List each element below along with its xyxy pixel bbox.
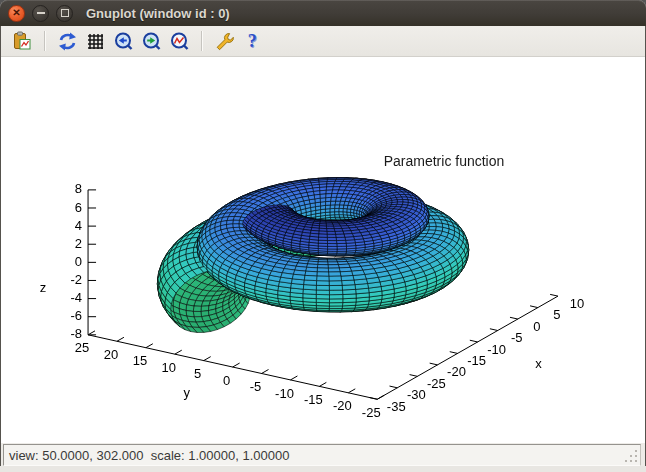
resize-grip[interactable] — [624, 449, 638, 463]
gnuplot-window: ✕ Gnuplot (window id : 0) — [0, 0, 646, 472]
titlebar: ✕ Gnuplot (window id : 0) — [0, 0, 646, 26]
window-title: Gnuplot (window id : 0) — [86, 6, 230, 21]
window-bottom-edge — [0, 466, 646, 472]
toggle-grid-button[interactable] — [82, 28, 108, 54]
plot-title: Parametric function — [384, 153, 505, 169]
plot-canvas[interactable] — [1, 57, 645, 443]
zoom-previous-button[interactable] — [110, 28, 136, 54]
settings-button[interactable] — [211, 28, 237, 54]
help-icon: ? ? — [242, 31, 263, 52]
zoom-next-button[interactable] — [138, 28, 164, 54]
replot-button[interactable] — [54, 28, 80, 54]
svg-text:?: ? — [247, 31, 256, 51]
statusbar: view: 50.0000, 302.000 scale: 1.00000, 1… — [3, 444, 641, 466]
minimize-button[interactable] — [32, 5, 49, 22]
toolbar-separator — [44, 31, 45, 51]
copy-clipboard-icon — [12, 31, 33, 52]
status-text: view: 50.0000, 302.000 scale: 1.00000, 1… — [4, 448, 289, 463]
autoscale-icon — [169, 31, 190, 52]
autoscale-button[interactable] — [166, 28, 192, 54]
zoom-previous-icon — [113, 31, 134, 52]
close-button[interactable]: ✕ — [8, 5, 25, 22]
plot-area: Parametric function — [1, 57, 645, 443]
export-plot-button[interactable] — [9, 28, 35, 54]
toolbar: ? ? — [1, 26, 645, 57]
grid-icon — [85, 31, 106, 52]
toolbar-separator — [201, 31, 202, 51]
maximize-icon — [61, 9, 69, 17]
window-controls: ✕ — [8, 5, 73, 22]
zoom-next-icon — [141, 31, 162, 52]
maximize-button[interactable] — [56, 5, 73, 22]
wrench-icon — [214, 31, 235, 52]
minimize-icon — [37, 12, 45, 14]
help-button[interactable]: ? ? — [239, 28, 265, 54]
close-icon: ✕ — [12, 8, 20, 18]
refresh-icon — [57, 31, 78, 52]
